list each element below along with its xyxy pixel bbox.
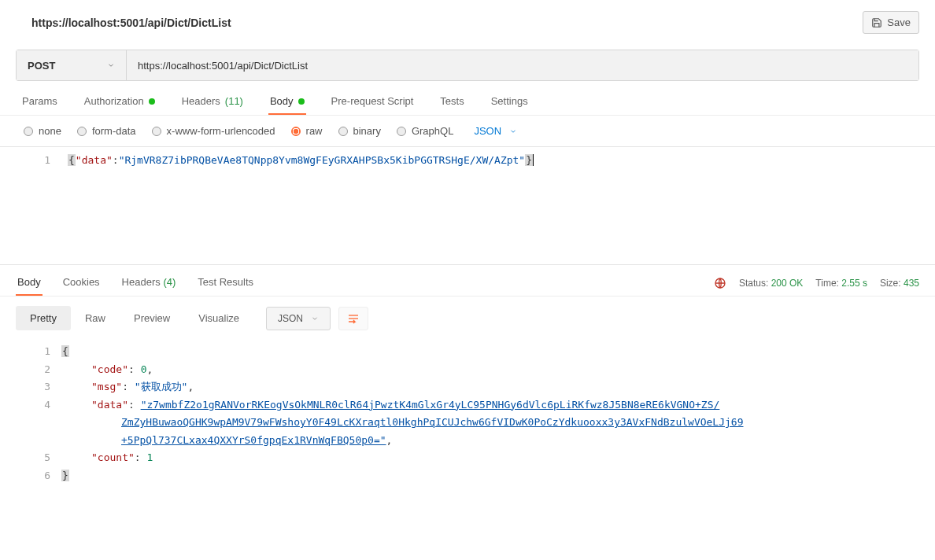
response-header: Body Cookies Headers (4) Test Results St… bbox=[0, 264, 935, 296]
save-button[interactable]: Save bbox=[863, 11, 919, 34]
chevron-down-icon bbox=[107, 61, 115, 69]
tab-body-label: Body bbox=[270, 95, 294, 107]
resp-tab-testresults[interactable]: Test Results bbox=[196, 265, 255, 296]
view-preview[interactable]: Preview bbox=[120, 306, 184, 330]
response-format-label: JSON bbox=[278, 313, 303, 324]
radio-icon bbox=[338, 127, 348, 136]
resp-tab-headers[interactable]: Headers (4) bbox=[120, 265, 178, 296]
view-raw[interactable]: Raw bbox=[71, 306, 120, 330]
status-block[interactable]: Status: 200 OK bbox=[739, 278, 803, 289]
url-input[interactable]: https://localhost:5001/api/Dict/DictList bbox=[127, 50, 918, 80]
line-number: 1 bbox=[0, 343, 50, 361]
response-view-bar: Pretty Raw Preview Visualize JSON bbox=[0, 297, 935, 340]
wrap-lines-button[interactable] bbox=[338, 307, 368, 330]
resp-tab-headers-label: Headers bbox=[122, 276, 161, 288]
radio-graphql-label: GraphQL bbox=[412, 125, 453, 137]
response-gutter: 1 2 3 4 5 6 bbox=[0, 343, 61, 484]
view-visualize[interactable]: Visualize bbox=[184, 306, 253, 330]
request-tabs: Params Authorization Headers (11) Body P… bbox=[0, 81, 935, 116]
tab-params[interactable]: Params bbox=[20, 95, 59, 115]
radio-icon bbox=[24, 127, 33, 136]
response-body-viewer[interactable]: 1 2 3 4 5 6 { "code": 0, "msg": "获取成功", … bbox=[0, 340, 935, 484]
tab-headers-label: Headers bbox=[182, 95, 220, 107]
save-icon bbox=[871, 17, 882, 28]
response-format-select[interactable]: JSON bbox=[266, 307, 331, 330]
chevron-down-icon bbox=[509, 127, 517, 135]
save-label: Save bbox=[887, 17, 911, 28]
radio-icon bbox=[397, 127, 406, 136]
radio-raw-label: raw bbox=[306, 125, 323, 137]
resp-tab-cookies[interactable]: Cookies bbox=[61, 265, 102, 296]
globe-icon[interactable] bbox=[714, 277, 726, 289]
radio-none[interactable]: none bbox=[24, 125, 61, 137]
line-number: 3 bbox=[0, 378, 50, 396]
view-pretty[interactable]: Pretty bbox=[16, 306, 71, 330]
body-lang-label: JSON bbox=[474, 125, 501, 137]
tab-authorization-label: Authorization bbox=[84, 95, 144, 107]
body-type-row: none form-data x-www-form-urlencoded raw… bbox=[0, 116, 935, 146]
time-block[interactable]: Time: 2.55 s bbox=[815, 278, 867, 289]
line-number: 4 bbox=[0, 396, 50, 414]
dot-icon bbox=[149, 98, 155, 105]
url-value: https://localhost:5001/api/Dict/DictList bbox=[138, 60, 308, 72]
radio-icon bbox=[77, 127, 87, 136]
response-code[interactable]: { "code": 0, "msg": "获取成功", "data": "z7w… bbox=[61, 343, 935, 484]
chevron-down-icon bbox=[311, 315, 319, 322]
tab-headers-count: (11) bbox=[225, 95, 243, 107]
tab-tests[interactable]: Tests bbox=[438, 95, 465, 115]
tab-prerequest[interactable]: Pre-request Script bbox=[330, 95, 416, 115]
line-number: 1 bbox=[0, 152, 50, 169]
tab-settings[interactable]: Settings bbox=[490, 95, 530, 115]
radio-none-label: none bbox=[39, 125, 61, 137]
size-block[interactable]: Size: 435 bbox=[880, 278, 919, 289]
radio-xwww[interactable]: x-www-form-urlencoded bbox=[152, 125, 275, 137]
radio-binary-label: binary bbox=[353, 125, 381, 137]
radio-xwww-label: x-www-form-urlencoded bbox=[167, 125, 275, 137]
line-number: 5 bbox=[0, 449, 50, 467]
tab-body[interactable]: Body bbox=[268, 95, 306, 115]
line-number: 6 bbox=[0, 467, 50, 485]
radio-icon bbox=[291, 127, 301, 136]
tab-authorization[interactable]: Authorization bbox=[83, 95, 157, 115]
radio-formdata[interactable]: form-data bbox=[77, 125, 136, 137]
resp-tab-body[interactable]: Body bbox=[16, 265, 42, 296]
page-title: https://localhost:5001/api/Dict/DictList bbox=[31, 17, 231, 29]
radio-formdata-label: form-data bbox=[92, 125, 136, 137]
editor-gutter: 1 bbox=[0, 147, 61, 264]
radio-binary[interactable]: binary bbox=[338, 125, 381, 137]
radio-icon bbox=[152, 127, 161, 136]
dot-icon bbox=[298, 98, 305, 105]
radio-raw[interactable]: raw bbox=[291, 125, 323, 137]
response-meta: Status: 200 OK Time: 2.55 s Size: 435 bbox=[714, 277, 919, 296]
request-body-editor[interactable]: 1 {"data":"RjmVR8Z7ibPRQBeVAe8TQNpp8Yvm8… bbox=[0, 146, 935, 264]
line-number: 2 bbox=[0, 361, 50, 379]
body-lang-select[interactable]: JSON bbox=[474, 125, 517, 137]
radio-graphql[interactable]: GraphQL bbox=[397, 125, 453, 137]
editor-code[interactable]: {"data":"RjmVR8Z7ibPRQBeVAe8TQNpp8Yvm8Wg… bbox=[61, 147, 935, 264]
method-label: POST bbox=[28, 60, 55, 72]
request-row: POST https://localhost:5001/api/Dict/Dic… bbox=[16, 50, 919, 81]
method-select[interactable]: POST bbox=[17, 50, 127, 80]
resp-tab-headers-count: (4) bbox=[163, 276, 176, 288]
tab-headers[interactable]: Headers (11) bbox=[180, 95, 245, 115]
